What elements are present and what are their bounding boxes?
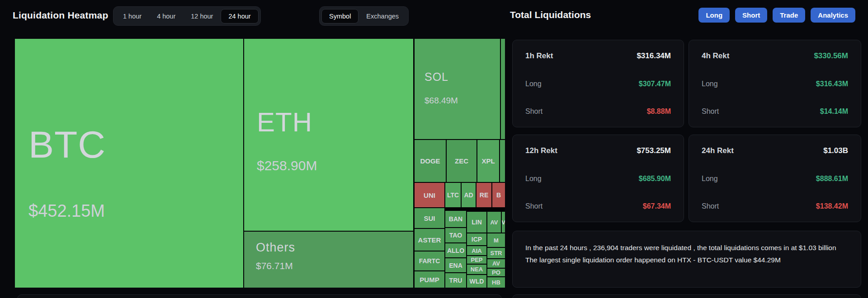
tile-label: ALLO: [447, 247, 464, 254]
stat-short-value: $14.14M: [820, 107, 848, 116]
treemap-tile-sliver[interactable]: [501, 39, 505, 139]
stat-long-value: $888.61M: [816, 175, 848, 183]
tile-label: ENA: [449, 262, 462, 269]
stat-short-label: Short: [525, 107, 542, 116]
tile-label: PEP: [471, 256, 482, 263]
stat-card-title: 24h Rekt: [702, 146, 734, 155]
treemap-tile-v[interactable]: V: [502, 212, 505, 233]
stat-card-1h: 1h Rekt $316.34M Long $307.47M Short $8.…: [512, 40, 684, 127]
treemap-tile-po[interactable]: PO: [487, 269, 505, 276]
tile-value: $76.71M: [256, 261, 293, 271]
bottom-panel-right: [512, 294, 861, 298]
stat-card-24h: 24h Rekt $1.03B Long $888.61M Short $138…: [689, 135, 861, 222]
tile-label: M: [494, 237, 499, 244]
treemap-tile-av[interactable]: AV: [487, 212, 501, 233]
treemap-tile-doge[interactable]: DOGE: [415, 140, 446, 182]
tile-label: V: [502, 219, 505, 226]
tile-label: DOGE: [420, 157, 440, 165]
tile-label: WLD: [470, 278, 484, 285]
stat-card-total: $330.56M: [814, 51, 848, 61]
trade-button[interactable]: Trade: [773, 8, 805, 23]
treemap-tile-aia[interactable]: AIA: [467, 246, 486, 255]
treemap-tile-hb[interactable]: HB: [487, 277, 505, 288]
tile-value: $68.49M: [425, 96, 458, 106]
stat-long-label: Long: [702, 175, 718, 183]
treemap-tile-ad[interactable]: AD: [462, 183, 476, 207]
tile-label: PUMP: [420, 276, 439, 284]
stat-short-value: $67.34M: [643, 202, 671, 210]
tile-label: TRU: [449, 277, 462, 284]
stat-short-value: $8.88M: [647, 107, 671, 116]
stat-card-title: 12h Rekt: [525, 146, 557, 155]
stat-long-label: Long: [702, 80, 718, 88]
tile-label: BTC: [28, 123, 106, 167]
tile-label: UNI: [424, 191, 435, 199]
tile-label: SOL: [425, 70, 448, 84]
treemap-tile-sliver[interactable]: [500, 140, 505, 182]
treemap-tile-m[interactable]: M: [487, 233, 505, 247]
treemap-tile-uni[interactable]: UNI: [415, 183, 444, 207]
tile-label: SUI: [424, 214, 435, 222]
treemap-tile-str[interactable]: STR: [487, 248, 505, 258]
treemap-tile-aster[interactable]: ASTER: [415, 229, 444, 251]
tab-12-hour[interactable]: 12 hour: [183, 9, 221, 23]
treemap-tile-sui[interactable]: SUI: [415, 208, 444, 228]
stat-short-label: Short: [702, 202, 719, 210]
treemap-tile-wld[interactable]: WLD: [467, 275, 486, 288]
tab-4-hour[interactable]: 4 hour: [149, 9, 183, 23]
long-button[interactable]: Long: [698, 8, 730, 23]
stat-long-label: Long: [525, 80, 542, 88]
bottom-panel-left: [17, 294, 502, 298]
tab-1-hour[interactable]: 1 hour: [115, 9, 149, 23]
treemap-tile-pep[interactable]: PEP: [467, 256, 486, 264]
treemap-tile-others[interactable]: Others$76.71M: [244, 232, 413, 288]
tile-label: BAN: [449, 215, 462, 223]
page-title: Liquidation Heatmap: [13, 10, 108, 21]
summary-line-1: In the past 24 hours , 236,904 traders w…: [525, 242, 848, 254]
stat-card-title: 4h Rekt: [702, 51, 729, 61]
treemap-tile-ena[interactable]: ENA: [445, 258, 466, 272]
treemap-tile-sol[interactable]: SOL$68.49M: [415, 39, 500, 139]
treemap-tile-ban[interactable]: BAN: [445, 211, 466, 227]
treemap-tile-icp[interactable]: ICP: [467, 233, 486, 245]
stat-card-title: 1h Rekt: [525, 51, 553, 61]
treemap-tile-re[interactable]: RE: [476, 183, 491, 207]
stat-short-label: Short: [702, 107, 719, 116]
tab-exchanges[interactable]: Exchanges: [359, 9, 406, 23]
tile-label: ZEC: [455, 157, 468, 165]
analytics-button[interactable]: Analytics: [811, 8, 855, 23]
treemap-tile-fartc[interactable]: FARTC: [415, 251, 444, 270]
treemap-tile-nea[interactable]: NEA: [467, 265, 486, 274]
stat-card-total: $753.25M: [637, 146, 671, 155]
short-button[interactable]: Short: [735, 8, 767, 23]
tile-label: Others: [256, 241, 295, 255]
treemap-tile-eth[interactable]: ETH$258.90M: [244, 39, 413, 231]
treemap-tile-tao[interactable]: TAO: [445, 228, 466, 242]
tile-label: PO: [492, 269, 500, 276]
treemap-tile-btc[interactable]: BTC$452.15M: [15, 39, 243, 288]
treemap-tile-tru[interactable]: TRU: [445, 273, 466, 288]
treemap-tile-zec[interactable]: ZEC: [447, 140, 476, 182]
stat-short-value: $138.42M: [816, 202, 848, 210]
tab-24-hour[interactable]: 24 hour: [221, 9, 258, 23]
stat-card-total: $316.34M: [637, 51, 671, 61]
treemap-tile-xpl[interactable]: XPL: [477, 140, 499, 182]
tile-label: XPL: [481, 157, 495, 165]
stat-card-total: $1.03B: [823, 146, 848, 155]
tile-label: ICP: [472, 236, 482, 243]
treemap-tile-allo[interactable]: ALLO: [445, 243, 466, 257]
view-mode-tabs: Symbol Exchanges: [319, 6, 409, 26]
treemap-tile-av[interactable]: AV: [487, 259, 505, 268]
tile-label: B: [496, 191, 501, 199]
treemap-tile-pump[interactable]: PUMP: [415, 271, 444, 288]
tile-label: FARTC: [419, 257, 440, 265]
stat-card-12h: 12h Rekt $753.25M Long $685.90M Short $6…: [512, 135, 684, 222]
treemap-tile-lin[interactable]: LIN: [467, 212, 486, 233]
treemap-tile-ltc[interactable]: LTC: [445, 183, 461, 207]
tab-symbol[interactable]: Symbol: [321, 9, 359, 23]
treemap-tile-b[interactable]: B: [492, 183, 505, 207]
tile-label: LIN: [472, 219, 482, 226]
tile-value: $258.90M: [257, 158, 317, 173]
action-buttons: Long Short Trade Analytics: [698, 8, 855, 23]
stat-short-label: Short: [525, 202, 542, 210]
